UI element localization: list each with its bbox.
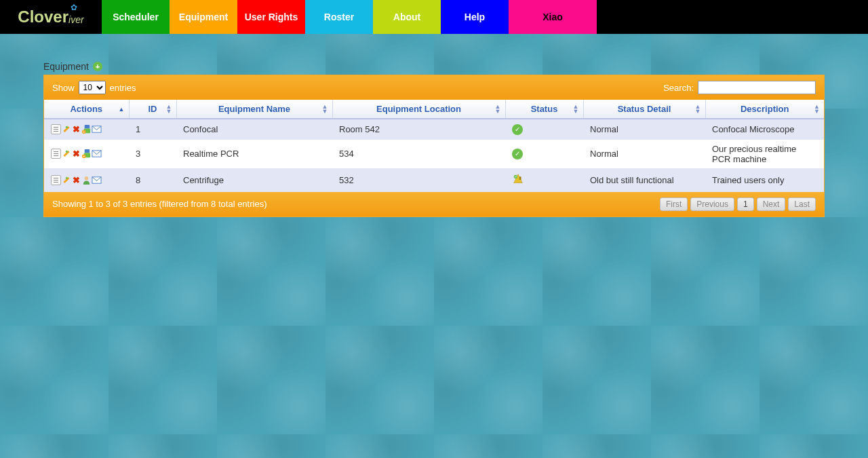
mail-icon[interactable] <box>92 124 102 134</box>
brand-main: Clover <box>18 7 68 26</box>
svg-text:+: + <box>83 155 85 158</box>
cell-location: Room 542 <box>332 119 505 139</box>
col-header-name[interactable]: Equipment Name▲▼ <box>176 100 332 119</box>
sort-icon: ▲▼ <box>814 104 820 114</box>
equipment-table: Actions▲ ID▲▼ Equipment Name▲▼ Equipment… <box>44 100 824 192</box>
detail-icon[interactable] <box>51 175 61 185</box>
svg-rect-5 <box>85 149 90 153</box>
delete-icon[interactable]: ✖ <box>71 149 81 159</box>
clover-icon: ✿ <box>71 3 77 12</box>
page-next-button[interactable]: Next <box>757 197 786 211</box>
col-header-status-detail[interactable]: Status Detail▲▼ <box>583 100 705 119</box>
show-label-post: entries <box>110 83 136 93</box>
top-nav: Cloveriver ✿ Scheduler Equipment User Ri… <box>0 0 868 34</box>
page-previous-button[interactable]: Previous <box>690 197 734 211</box>
status-ok-icon: ✓ <box>512 149 523 159</box>
page-title-row: Equipment + <box>43 61 825 72</box>
cell-location: 532 <box>332 168 505 191</box>
add-permission-icon[interactable]: + <box>81 149 92 159</box>
cell-actions: ✖+ <box>44 139 129 168</box>
table-row: ✖+3Realtime PCR534✓NormalOur precious re… <box>44 139 824 168</box>
cell-id: 3 <box>129 139 176 168</box>
cell-status <box>505 168 583 191</box>
page-title: Equipment <box>43 61 89 72</box>
cell-name: Centrifuge <box>176 168 332 191</box>
brand-sub: iver <box>68 14 84 25</box>
datatable-bottom-bar: Showing 1 to 3 of 3 entries (filtered fr… <box>44 192 824 216</box>
status-ok-icon: ✓ <box>512 124 523 135</box>
nav-scheduler[interactable]: Scheduler <box>102 0 170 34</box>
search-control: Search: <box>663 81 816 94</box>
pagination: First Previous 1 Next Last <box>660 197 816 211</box>
col-header-actions[interactable]: Actions▲ <box>44 100 129 119</box>
col-header-description[interactable]: Description▲▼ <box>705 100 824 119</box>
col-header-location[interactable]: Equipment Location▲▼ <box>332 100 505 119</box>
length-control: Show 10 entries <box>52 81 136 94</box>
nav-equipment[interactable]: Equipment <box>170 0 237 34</box>
mail-icon[interactable] <box>92 149 102 159</box>
sort-icon: ▲ <box>119 107 125 111</box>
delete-icon[interactable]: ✖ <box>71 175 81 185</box>
content: Equipment + Show 10 entries Search: Acti… <box>43 61 825 217</box>
sort-icon: ▲▼ <box>166 104 172 114</box>
cell-status-detail: Normal <box>583 139 705 168</box>
col-header-status[interactable]: Status▲▼ <box>505 100 583 119</box>
cell-id: 8 <box>129 168 176 191</box>
sort-icon: ▲▼ <box>495 104 501 114</box>
datatable-top-bar: Show 10 entries Search: <box>44 75 824 100</box>
search-input[interactable] <box>698 81 816 94</box>
nav-user-rights[interactable]: User Rights <box>237 0 305 34</box>
brand-logo: Cloveriver ✿ <box>0 0 102 34</box>
cell-description: Confocal Microscope <box>705 119 824 139</box>
col-header-id[interactable]: ID▲▼ <box>129 100 176 119</box>
nav-current-user[interactable]: Xiao <box>509 0 597 34</box>
detail-icon[interactable] <box>51 149 61 159</box>
table-row: ✖+1ConfocalRoom 542✓NormalConfocal Micro… <box>44 119 824 139</box>
cell-actions: ✖+ <box>44 119 129 139</box>
sort-icon: ▲▼ <box>695 104 701 114</box>
add-equipment-icon[interactable]: + <box>93 62 102 71</box>
page-length-select[interactable]: 10 <box>79 81 106 94</box>
cell-name: Realtime PCR <box>176 139 332 168</box>
show-label-pre: Show <box>52 83 75 93</box>
mail-icon[interactable] <box>92 175 102 185</box>
sort-icon: ▲▼ <box>322 104 328 114</box>
status-warn-icon <box>512 173 524 187</box>
edit-icon[interactable] <box>61 149 71 159</box>
sort-icon: ▲▼ <box>573 104 579 114</box>
delete-icon[interactable]: ✖ <box>71 124 81 134</box>
svg-point-10 <box>85 176 89 180</box>
page-last-button[interactable]: Last <box>788 197 816 211</box>
cell-id: 1 <box>129 119 176 139</box>
detail-icon[interactable] <box>51 124 61 134</box>
cell-description: Our precious realtime PCR machine <box>705 139 824 168</box>
page-number-button[interactable]: 1 <box>737 197 754 211</box>
cell-status-detail: Old but still functional <box>583 168 705 191</box>
cell-status: ✓ <box>505 139 583 168</box>
add-permission-icon[interactable]: + <box>81 124 92 134</box>
page-first-button[interactable]: First <box>660 197 688 211</box>
cell-status: ✓ <box>505 119 583 139</box>
header-row: Actions▲ ID▲▼ Equipment Name▲▼ Equipment… <box>44 100 824 119</box>
nav-roster[interactable]: Roster <box>305 0 373 34</box>
nav-help[interactable]: Help <box>441 0 509 34</box>
cell-description: Trained users only <box>705 168 824 191</box>
svg-rect-0 <box>85 125 90 129</box>
cell-location: 534 <box>332 139 505 168</box>
cell-actions: ✖ <box>44 168 129 191</box>
datatable: Show 10 entries Search: Actions▲ ID▲▼ Eq… <box>43 75 825 217</box>
datatable-info: Showing 1 to 3 of 3 entries (filtered fr… <box>52 199 267 209</box>
cell-status-detail: Normal <box>583 119 705 139</box>
svg-text:+: + <box>83 130 85 134</box>
cell-name: Confocal <box>176 119 332 139</box>
edit-icon[interactable] <box>61 175 71 185</box>
nav-about[interactable]: About <box>373 0 441 34</box>
table-row: ✖8Centrifuge532Old but still functionalT… <box>44 168 824 191</box>
user-icon[interactable] <box>81 175 92 185</box>
edit-icon[interactable] <box>61 124 71 134</box>
svg-rect-14 <box>519 176 521 180</box>
search-label: Search: <box>663 83 694 93</box>
